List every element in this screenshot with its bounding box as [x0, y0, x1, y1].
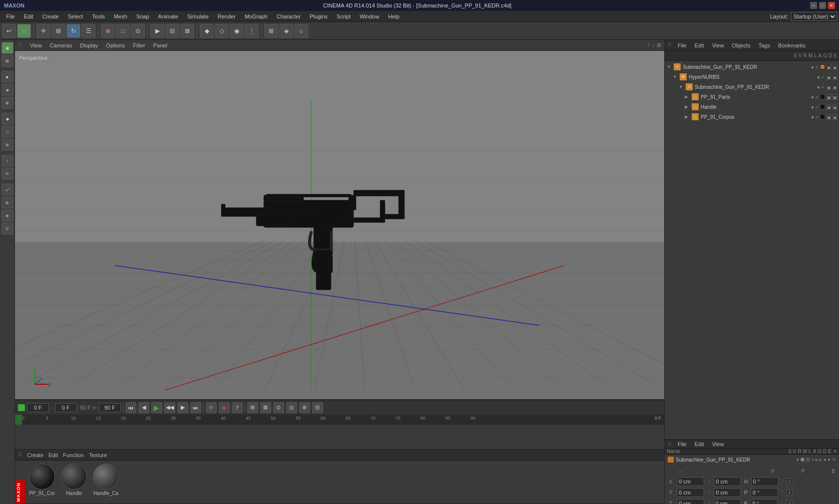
coord-b[interactable]: [750, 499, 778, 504]
viewport-menu-panel[interactable]: Panel: [151, 41, 169, 49]
menu-tools[interactable]: Tools: [88, 12, 109, 20]
menu-window[interactable]: Window: [356, 12, 383, 20]
menu-help[interactable]: Help: [384, 12, 404, 20]
maximize-button[interactable]: □: [819, 2, 826, 9]
menu-render[interactable]: Render: [214, 12, 240, 20]
expand-arrow-parts[interactable]: ▶: [685, 94, 691, 99]
point-mode-btn[interactable]: ⋮: [245, 24, 259, 38]
expand-arrow-hyper[interactable]: ▼: [673, 74, 679, 79]
mat-menu-create[interactable]: Create: [25, 451, 45, 459]
goto-start-btn[interactable]: ⏮: [125, 402, 136, 413]
menu-plugins[interactable]: Plugins: [306, 12, 332, 20]
obj-row-gun-child[interactable]: ▼ ⊕ Submachine_Gun_PP_91_KEDR ● ✓ ✕ ✕: [665, 82, 839, 92]
light-btn[interactable]: ☼: [294, 24, 308, 38]
move-tool[interactable]: ✛: [36, 24, 50, 38]
anim-btn[interactable]: ⊛: [299, 402, 310, 413]
viewport-icon-2[interactable]: ↓: [652, 42, 655, 48]
viewport-canvas[interactable]: Perspective: [15, 51, 664, 399]
prev-frame-btn[interactable]: ◀: [138, 402, 149, 413]
viewport-menu-cameras[interactable]: Cameras: [48, 41, 74, 49]
menu-simulate[interactable]: Simulate: [183, 12, 213, 20]
mat-menu-edit[interactable]: Edit: [46, 451, 60, 459]
sidebar-nurbs-btn[interactable]: ◇: [1, 126, 13, 138]
select-tool[interactable]: ☰: [81, 24, 95, 38]
sidebar-world-mode[interactable]: ⊕: [1, 97, 13, 109]
material-item-handleca[interactable]: Handle_Ca: [93, 464, 119, 496]
menu-edit[interactable]: Edit: [20, 12, 37, 20]
start-frame-input[interactable]: [55, 403, 77, 412]
close-button[interactable]: ✕: [828, 2, 835, 9]
sidebar-model-btn[interactable]: ▣: [1, 42, 13, 54]
end-frame-input[interactable]: [99, 403, 121, 412]
obj-row-hypernurbs[interactable]: ▼ N HyperNURBS ● ✓ ✕ ✕: [665, 72, 839, 82]
menu-animate[interactable]: Animate: [154, 12, 182, 20]
curve-btn[interactable]: ◎: [286, 402, 297, 413]
menu-select[interactable]: Select: [64, 12, 87, 20]
render-region-btn[interactable]: ⊟: [165, 24, 179, 38]
render-all-btn[interactable]: ⊠: [180, 24, 194, 38]
menu-mograph[interactable]: MoGraph: [241, 12, 272, 20]
obj-row-gun-root[interactable]: ▼ ⊕ Submachine_Gun_PP_91_KEDR ● ✓ ✕ ✕: [665, 62, 839, 72]
render-active-btn[interactable]: ▶: [150, 24, 164, 38]
viewport-icon-1[interactable]: ↑: [647, 42, 650, 48]
sidebar-scene-mode[interactable]: ◈: [1, 84, 13, 96]
null-btn[interactable]: □: [116, 24, 130, 38]
sidebar-object-mode[interactable]: ■: [1, 71, 13, 83]
add-object-btn[interactable]: ⊕: [101, 24, 115, 38]
menu-character[interactable]: Character: [273, 12, 305, 20]
sidebar-sim-btn[interactable]: ⊙: [1, 223, 13, 235]
expand-arrow-root[interactable]: ▼: [667, 64, 673, 69]
record-path-btn[interactable]: ⊙: [273, 402, 284, 413]
coord-z-rot[interactable]: [714, 499, 741, 504]
obj-row-parts[interactable]: ▶ △ PP_91_Parts ● ✓ ✕ ✕: [665, 92, 839, 102]
obj-row-handle[interactable]: ▶ △ Handle ● ✓ ✕ ✕: [665, 102, 839, 112]
obj-menu-objects[interactable]: Objects: [730, 41, 752, 49]
menu-script[interactable]: Script: [333, 12, 355, 20]
mat-menu-function[interactable]: Function: [61, 451, 86, 459]
sidebar-anim-btn[interactable]: ⊗: [1, 210, 13, 222]
menu-create[interactable]: Create: [38, 12, 63, 20]
menu-file[interactable]: File: [2, 12, 19, 20]
redo-button[interactable]: ○: [17, 24, 31, 38]
coord-z-pos[interactable]: [677, 499, 704, 504]
next-frame-btn[interactable]: ▶: [177, 402, 188, 413]
coord-x-pos[interactable]: [677, 477, 704, 486]
play-reverse-btn[interactable]: ◀◀: [164, 402, 175, 413]
play-btn[interactable]: ▶: [151, 402, 162, 413]
mat-menu-texture[interactable]: Texture: [87, 451, 109, 459]
polygon-mode-btn[interactable]: ◇: [215, 24, 229, 38]
obj-menu-bookmarks[interactable]: Bookmarks: [776, 41, 808, 49]
sidebar-rotate-btn[interactable]: ↻: [1, 168, 13, 180]
menu-snap[interactable]: Snap: [132, 12, 153, 20]
expand-arrow-child[interactable]: ▼: [679, 84, 685, 89]
undo-button[interactable]: ↩: [2, 24, 16, 38]
record-btn[interactable]: ⊕: [206, 402, 217, 413]
rotate-tool[interactable]: ↻: [66, 24, 80, 38]
timeline-extra-btn[interactable]: ⊟: [312, 402, 323, 413]
material-item-handle[interactable]: Handle: [61, 464, 87, 496]
scale-tool[interactable]: ⊞: [51, 24, 65, 38]
props-menu-edit[interactable]: Edit: [693, 440, 706, 448]
sidebar-poly-btn[interactable]: ◆: [1, 113, 13, 125]
viewport-icon-3[interactable]: ⊞: [657, 42, 661, 48]
obj-menu-tags[interactable]: Tags: [757, 41, 772, 49]
sidebar-texture-btn[interactable]: ⊞: [1, 55, 13, 67]
camera-btn[interactable]: ⊙: [131, 24, 145, 38]
grid-btn[interactable]: ⊞: [264, 24, 278, 38]
viewport-menu-filter[interactable]: Filter: [131, 41, 147, 49]
edge-mode-btn[interactable]: ◉: [230, 24, 244, 38]
sidebar-move-btn[interactable]: ↕: [1, 155, 13, 167]
props-menu-file[interactable]: File: [676, 440, 689, 448]
expand-arrow-handle[interactable]: ▶: [685, 104, 691, 109]
obj-menu-file[interactable]: File: [676, 41, 689, 49]
key-mode-btn[interactable]: ⊞: [247, 402, 258, 413]
viewport-menu-options[interactable]: Options: [104, 41, 127, 49]
obj-menu-edit[interactable]: Edit: [693, 41, 706, 49]
key-options-btn[interactable]: ?: [232, 402, 243, 413]
current-frame-input[interactable]: [27, 403, 49, 412]
snap-btn[interactable]: ◈: [279, 24, 293, 38]
goto-end-btn[interactable]: ⏭: [190, 402, 201, 413]
obj-menu-view[interactable]: View: [710, 41, 726, 49]
minimize-button[interactable]: ─: [810, 2, 817, 9]
sidebar-paint-btn[interactable]: 🖊: [1, 184, 13, 196]
